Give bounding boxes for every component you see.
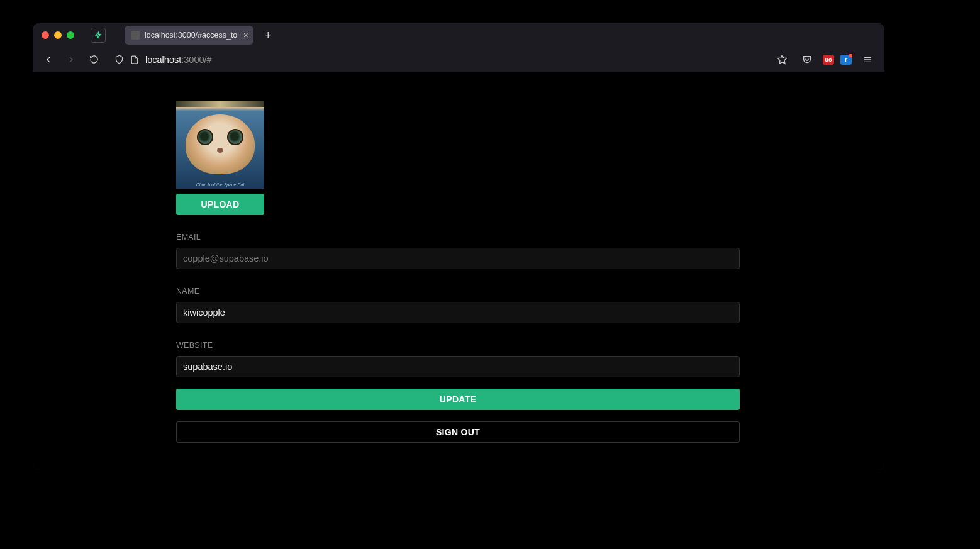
menu-button[interactable] xyxy=(858,50,877,69)
extension-icon[interactable]: r xyxy=(840,55,852,65)
shield-icon xyxy=(114,55,124,64)
name-input[interactable] xyxy=(176,302,740,323)
reload-button[interactable] xyxy=(84,50,103,69)
minimize-window-button[interactable] xyxy=(54,31,62,39)
page-content: Church of the Space Cat UPLOAD EMAIL NAM… xyxy=(33,72,884,470)
toolbar: localhost:3000/# uo r xyxy=(33,47,884,72)
name-label: NAME xyxy=(176,287,740,296)
name-field-group: NAME xyxy=(176,287,740,323)
email-field-group: EMAIL xyxy=(176,233,740,269)
tab-close-button[interactable]: × xyxy=(243,31,248,40)
maximize-window-button[interactable] xyxy=(67,31,74,39)
bookmark-button[interactable] xyxy=(772,50,791,69)
sidebar-toggle-icon[interactable] xyxy=(91,28,106,43)
titlebar: localhost:3000/#access_token= × + xyxy=(33,23,884,47)
email-label: EMAIL xyxy=(176,233,740,241)
toolbar-right: uo r xyxy=(772,50,878,69)
browser-window: localhost:3000/#access_token= × + localh… xyxy=(33,23,884,470)
new-tab-button[interactable]: + xyxy=(265,29,272,42)
profile-form: Church of the Space Cat UPLOAD EMAIL NAM… xyxy=(176,101,740,443)
tab-title: localhost:3000/#access_token= xyxy=(145,31,238,40)
close-window-button[interactable] xyxy=(42,31,49,39)
form-actions: UPDATE SIGN OUT xyxy=(176,389,740,443)
forward-button[interactable] xyxy=(62,50,81,69)
url-text: localhost:3000/# xyxy=(145,55,212,65)
pocket-button[interactable] xyxy=(798,50,816,69)
tab-favicon-icon xyxy=(131,31,140,40)
update-button[interactable]: UPDATE xyxy=(176,389,740,410)
email-input xyxy=(176,248,740,269)
window-controls xyxy=(42,31,74,39)
upload-button[interactable]: UPLOAD xyxy=(176,194,264,215)
website-label: WEBSITE xyxy=(176,341,740,350)
browser-tab[interactable]: localhost:3000/#access_token= × xyxy=(125,26,253,45)
url-bar[interactable]: localhost:3000/# xyxy=(109,50,766,69)
ublock-extension-icon[interactable]: uo xyxy=(823,55,834,65)
page-icon xyxy=(130,55,139,64)
back-button[interactable] xyxy=(39,50,58,69)
website-field-group: WEBSITE xyxy=(176,341,740,377)
signout-button[interactable]: SIGN OUT xyxy=(176,421,740,443)
avatar-image: Church of the Space Cat xyxy=(176,101,264,189)
website-input[interactable] xyxy=(176,356,740,377)
